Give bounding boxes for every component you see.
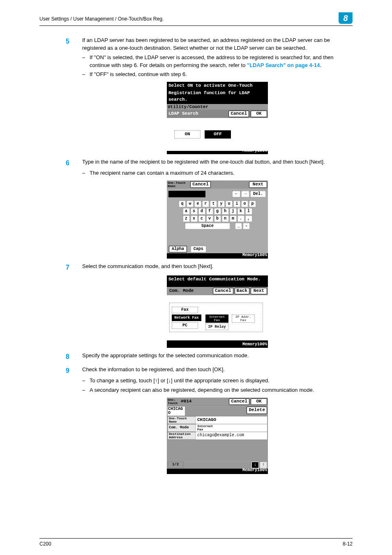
step9-sub2: A secondary recipient can also be regist… <box>90 386 353 394</box>
panel3-fax-button[interactable]: Fax <box>172 307 198 313</box>
panel1-on-button[interactable]: ON <box>174 130 201 139</box>
step5-sub2: If "OFF" is selected, continue with step… <box>90 71 353 79</box>
step-number-8: 8 <box>66 352 82 361</box>
panel4-otname-value: CHICAGO <box>196 416 267 424</box>
panel3-memory: Memory100% <box>242 342 267 348</box>
panel3-next-button[interactable]: Next <box>251 288 267 294</box>
step6-sub1: The recipient name can contain a maximum… <box>90 169 353 177</box>
bullet-dash: – <box>82 54 90 69</box>
panel4-commode-value: Internet Fax <box>196 424 267 432</box>
panel2-caps-button[interactable]: Caps <box>191 246 206 252</box>
panel4-commode-label[interactable]: Com. Mode <box>168 424 196 432</box>
panel1-cancel-button[interactable]: Cancel <box>228 111 249 117</box>
panel3-pc-button[interactable]: PC <box>172 322 198 329</box>
key-k[interactable]: k <box>238 208 244 215</box>
panel1-off-button[interactable]: OFF <box>205 130 231 139</box>
bullet-dash: – <box>82 169 90 177</box>
panel4-name-left: CHICAG O <box>168 407 185 416</box>
key-r[interactable]: r <box>202 201 209 207</box>
step5-sub1: If "ON" is selected, the LDAP server is … <box>90 54 353 69</box>
key-q[interactable]: q <box>179 201 186 207</box>
step5-sub1b: . <box>320 62 322 68</box>
kb-row1: q w e r t y u i o p <box>169 200 265 208</box>
panel1-title: LDAP Search <box>168 111 228 117</box>
key-s[interactable]: s <box>191 208 198 215</box>
panel4-delete-button[interactable]: Delete <box>247 407 267 414</box>
bullet-dash: – <box>82 71 90 79</box>
panel3-cancel-button[interactable]: Cancel <box>213 288 233 294</box>
key-v[interactable]: v <box>206 215 213 222</box>
panel2-left-icon[interactable]: ← <box>232 191 240 197</box>
step-number-9: 9 <box>66 366 82 375</box>
panel4-hdr2: #014 <box>181 398 191 405</box>
panel3-networkfax-button[interactable]: Network Fax <box>172 314 201 321</box>
key-underscore[interactable]: _ <box>235 223 242 229</box>
key-w[interactable]: w <box>187 201 194 207</box>
footer-right: 8-12 <box>343 541 353 548</box>
key-x[interactable]: x <box>191 215 198 222</box>
key-dot[interactable]: . <box>238 215 244 222</box>
chapter-number: 8 <box>339 12 353 24</box>
key-u[interactable]: u <box>226 201 233 207</box>
step-number-5: 5 <box>66 37 82 52</box>
key-y[interactable]: y <box>218 201 225 207</box>
panel2-del-button[interactable]: Del. <box>250 191 266 197</box>
key-g[interactable]: g <box>214 208 221 215</box>
panel2-cancel-button[interactable]: Cancel <box>190 181 211 188</box>
key-t[interactable]: t <box>210 201 217 207</box>
panel3-ipaddrfax-button[interactable]: IP Addr. Fax <box>232 314 255 323</box>
bullet-dash: – <box>82 377 90 385</box>
panel4-dest-label[interactable]: Destination Address <box>168 432 196 439</box>
step6-text: Type in the name of the recipient to be … <box>82 158 353 168</box>
step9-sub1: To change a setting, touch [↑] or [↓] un… <box>90 377 353 385</box>
panel2-title: One-Touch Name <box>168 181 185 188</box>
key-d[interactable]: d <box>198 208 205 215</box>
panel4-ok-button[interactable]: OK <box>251 398 267 405</box>
key-a[interactable]: a <box>183 208 190 215</box>
panel2-right-icon[interactable]: → <box>241 191 249 197</box>
key-e[interactable]: e <box>194 201 201 207</box>
panel1-line1: Select ON to activate One-Touch <box>167 82 268 90</box>
panel4-dest-value: chicago@example.com <box>196 432 267 439</box>
breadcrumb: User Settings / User Management / One-To… <box>39 12 164 23</box>
step7-text: Select the communication mode, and then … <box>82 263 353 272</box>
key-l[interactable]: l <box>245 208 252 215</box>
panel1-utility: Utility/Counter <box>167 104 268 110</box>
step9-text: Check the information to be registered, … <box>82 366 353 375</box>
key-f[interactable]: f <box>206 208 213 215</box>
footer-rule <box>39 538 353 539</box>
key-m[interactable]: m <box>230 215 237 222</box>
key-p[interactable]: p <box>249 201 256 207</box>
key-comma[interactable]: , <box>245 215 252 222</box>
key-j[interactable]: j <box>230 208 237 215</box>
panel4-cancel-button[interactable]: Cancel <box>229 398 249 405</box>
step-number-6: 6 <box>66 158 82 168</box>
panel3-back-button[interactable]: Back <box>235 288 249 294</box>
panel2-next-button[interactable]: Next <box>249 181 267 188</box>
key-i[interactable]: i <box>233 201 240 207</box>
panel2-alpha-button[interactable]: Alpha <box>169 246 187 252</box>
panel3-internetfax-button[interactable]: Internet Fax <box>205 314 228 323</box>
step5-text: If an LDAP server has been registered to… <box>82 37 353 52</box>
key-c[interactable]: c <box>198 215 205 222</box>
ldap-search-link[interactable]: "LDAP Search" on page 4-14 <box>247 62 320 68</box>
key-space[interactable]: Space <box>185 223 230 229</box>
footer-left: C200 <box>39 541 51 548</box>
step8-text: Specify the appropriate settings for the… <box>82 352 353 361</box>
key-n[interactable]: n <box>222 215 229 222</box>
key-hyphen[interactable]: - <box>243 223 250 229</box>
key-z[interactable]: z <box>183 215 190 222</box>
panel3-iprelay-button[interactable]: IP Relay <box>205 324 228 330</box>
panel1-ok-button[interactable]: OK <box>251 111 267 117</box>
key-b[interactable]: b <box>214 215 221 222</box>
panel1-memory: Memory100% <box>242 148 267 154</box>
panel1-line2: Registration function for LDAP search. <box>167 89 268 104</box>
panel3-header: Select default Communication Mode. <box>167 275 268 284</box>
panel4-hdr1: One- Touch <box>168 398 178 405</box>
step-number-7: 7 <box>66 263 82 272</box>
kb-row2: a s d f g h j k l <box>169 208 265 215</box>
panel4-otname-label[interactable]: One-Touch Name <box>168 416 196 424</box>
key-h[interactable]: h <box>222 208 229 215</box>
key-o[interactable]: o <box>241 201 248 207</box>
kb-row3: z x c v b n m . , <box>169 215 265 222</box>
